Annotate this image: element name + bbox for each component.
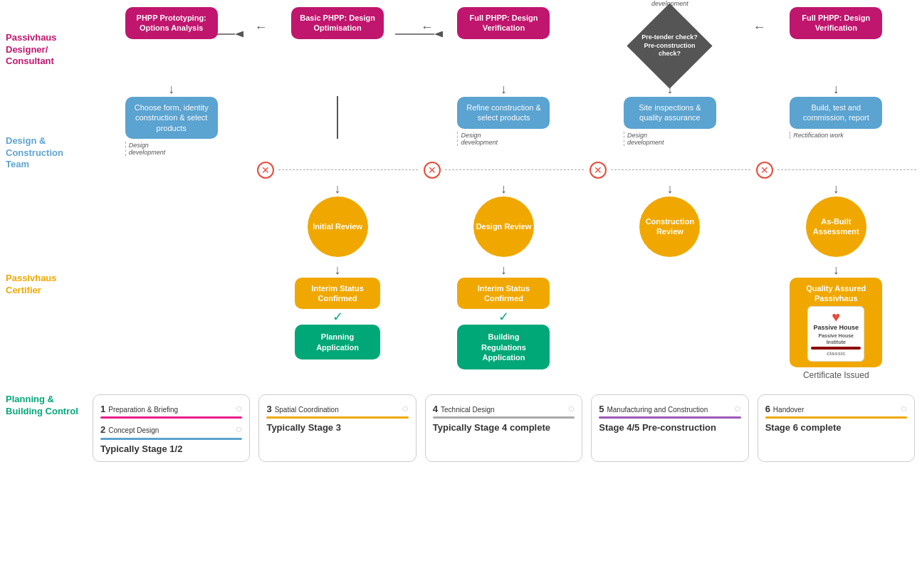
col3-certifier: ✕ ↓ Design Review <box>421 159 587 260</box>
stage-line-3 <box>266 416 408 419</box>
pre-tender-diamond: Pre-tender check?Pre-construction check? <box>627 3 713 88</box>
passive-house-badge: ♥ Passive House Passive House Institute … <box>807 306 864 361</box>
cert-title: Passive House <box>811 324 861 332</box>
circle-icon-5: ○ <box>734 401 741 416</box>
col2-designer: Basic PHPP: Design Optimisation ← <box>254 4 420 79</box>
circle-icon-3: ○ <box>402 401 409 416</box>
stage-num-5: 5 <box>599 403 604 416</box>
diagram-grid: PHPP Prototyping: Options Analysis Basic… <box>88 4 919 383</box>
stage-title-3: Typically Stage 4 complete <box>433 421 575 434</box>
stage-line-1 <box>100 416 242 419</box>
stage-num-1: 1 <box>100 403 105 416</box>
down-arrow-c5: ↓ <box>833 82 839 97</box>
col4-designer: Designdevelopment Pre-tender check?Pre-c… <box>587 4 753 79</box>
cert-bar <box>811 347 861 350</box>
stage-line-4 <box>433 416 575 419</box>
stage-line-2 <box>100 438 242 440</box>
footer-card-1: 1 Preparation & Briefing ○ 2 Concept Des… <box>93 394 250 462</box>
down-arrow-plan2: ↓ <box>335 263 341 278</box>
stage-num-6: 6 <box>765 403 770 416</box>
stage-name-6: Handover <box>773 405 804 415</box>
circle-icon-2: ○ <box>236 421 243 437</box>
col2-certifier: ✕ ↓ Initial Review <box>254 159 420 260</box>
checkmark-col2: ✓ <box>332 309 343 325</box>
down-arrow-cert3: ↓ <box>501 182 507 196</box>
checkmark-col3: ✓ <box>498 309 509 325</box>
down-arrow-cert2: ↓ <box>335 182 341 196</box>
down-arrow-plan3: ↓ <box>501 263 507 278</box>
certificate-issued-label: Certificate Issued <box>803 370 869 380</box>
interim-status-2-box: Interim Status Confirmed <box>457 278 550 310</box>
basic-phpp-box: Basic PHPP: Design Optimisation <box>291 7 384 39</box>
stage-title-4: Stage 4/5 Pre-construction <box>599 421 740 434</box>
stage-num-4: 4 <box>433 403 438 416</box>
diagram-area: PHPP Prototyping: Options Analysis Basic… <box>85 0 922 588</box>
col4-planning <box>587 260 753 383</box>
col1-certifier <box>88 159 254 260</box>
arrow-left-col2: ← <box>254 20 267 35</box>
design-dev-label-c1: Designdevelopment <box>125 142 218 156</box>
design-review-circle: Design Review <box>473 196 534 257</box>
site-inspections-box: Site inspections & quality assurance <box>624 97 716 129</box>
col3-planning: ↓ Interim Status Confirmed ✓ Building Re… <box>421 260 587 383</box>
xmark-col2: ✕ <box>257 162 274 179</box>
full-phpp-design-verification-2-box: Full PHPP: Design Verification <box>790 7 882 39</box>
planning-application-box: Planning Application <box>295 325 380 359</box>
stage-name-2: Concept Design <box>108 426 159 436</box>
label-certifier: Passivhaus Certifier <box>0 214 85 356</box>
stage-num-2: 2 <box>100 424 105 436</box>
footer-card-2: 3 Spatial Coordination ○ Typically Stage… <box>258 394 416 462</box>
building-regs-box: Building Regulations Application <box>457 325 550 369</box>
as-built-circle: As-Built Assessment <box>806 196 866 257</box>
label-designer: Passivhaus Designer/ Consultant <box>0 7 85 93</box>
col5-designer: Full PHPP: Design Verification ← <box>753 4 919 79</box>
stage-name-4: Technical Design <box>441 405 495 415</box>
footer-card-5: 6 Handover ○ Stage 6 complete <box>758 394 915 462</box>
col4-construction: ↓ Site inspections & quality assurance D… <box>587 79 753 159</box>
labels-column: Passivhaus Designer/ Consultant Design &… <box>0 0 85 588</box>
pre-tender-text: Pre-tender check?Pre-construction check? <box>639 33 700 58</box>
col2-planning: ↓ Interim Status Confirmed ✓ Planning Ap… <box>254 260 420 383</box>
label-planning: Planning & Building Control <box>0 356 85 456</box>
circle-icon-4: ○ <box>568 401 575 416</box>
construction-review-circle: Construction Review <box>639 196 700 257</box>
stage-title-2: Typically Stage 3 <box>266 421 408 434</box>
cert-sub: Passive House Institute <box>811 332 861 345</box>
cert-heart-icon: ♥ <box>811 310 861 324</box>
xmark-col4: ✕ <box>590 162 607 179</box>
col2-construction <box>254 79 420 159</box>
stage-name-3: Spatial Coordination <box>275 405 339 415</box>
col1-planning <box>88 260 254 383</box>
down-arrow-c3: ↓ <box>501 82 507 97</box>
initial-review-circle: Initial Review <box>308 196 368 257</box>
stage-line-5 <box>599 416 740 419</box>
col1-construction: ↓ Choose form, identity construction & s… <box>88 79 254 159</box>
stage-line-6 <box>765 416 907 419</box>
circle-icon-1: ○ <box>236 401 243 416</box>
rectification-label-c5: Rectification work <box>790 132 882 139</box>
down-arrow-cert5: ↓ <box>833 182 839 196</box>
col5-planning: ↓ Quality Assured Passivhaus ♥ Passive H… <box>753 260 919 383</box>
down-arrow-plan5: ↓ <box>833 263 839 278</box>
xmark-col3: ✕ <box>424 162 441 179</box>
main-container: Passivhaus Designer/ Consultant Design &… <box>0 0 922 588</box>
build-test-box: Build, test and commission, report <box>790 97 882 129</box>
col3-designer: Full PHPP: Design Verification ← <box>421 4 587 79</box>
refine-construction-box: Refine construction & select products <box>457 97 550 129</box>
choose-form-box: Choose form, identity construction & sel… <box>125 97 218 139</box>
footer-card-3: 4 Technical Design ○ Typically Stage 4 c… <box>425 394 582 462</box>
col5-certifier: ✕ ↓ As-Built Assessment <box>753 159 919 260</box>
col5-construction: ↓ Build, test and commission, report Rec… <box>753 79 919 159</box>
col4-certifier: ✕ ↓ Construction Review <box>587 159 753 260</box>
label-construction: Design & Construction Team <box>0 93 85 214</box>
full-phpp-design-verification-box: Full PHPP: Design Verification <box>457 7 550 39</box>
stage-title-1: Typically Stage 1/2 <box>100 443 242 456</box>
arrow-left-col3: ← <box>421 20 434 35</box>
phpp-prototyping-box: PHPP Prototyping: Options Analysis <box>125 7 218 39</box>
col1-designer: PHPP Prototyping: Options Analysis <box>88 4 254 79</box>
interim-status-1-box: Interim Status Confirmed <box>295 278 380 310</box>
footer-stage-cards: 1 Preparation & Briefing ○ 2 Concept Des… <box>88 392 919 465</box>
stage-num-3: 3 <box>266 403 271 416</box>
footer-card-4: 5 Manufacturing and Construction ○ Stage… <box>591 394 748 462</box>
cert-classic: classic <box>811 350 861 357</box>
